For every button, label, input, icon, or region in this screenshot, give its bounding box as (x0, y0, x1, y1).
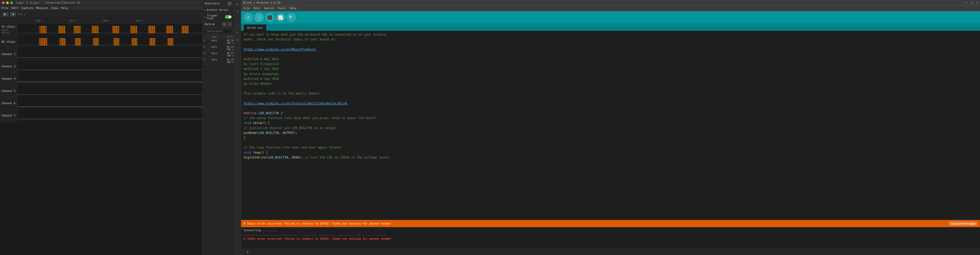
settings-icon[interactable]: ⚙ (235, 37, 240, 43)
arduino-toolbar: ✓ → ⬛ 📈 🔍 (241, 11, 980, 24)
channel-waveform-7 (18, 109, 202, 122)
channel-row-4[interactable]: Channel 4 (0, 73, 202, 85)
trigger-view-label: Trigger View (207, 14, 224, 20)
trigger-view-toggle[interactable] (225, 15, 232, 19)
cursor-icon[interactable]: ↑ (235, 16, 240, 21)
col-dot (204, 35, 212, 38)
channel-row-2[interactable]: Channel 2 (0, 48, 202, 60)
channel-label-rx: RX (Chip) (0, 36, 18, 48)
col-start: Start (227, 35, 234, 38)
time-display: 0.5 s (18, 13, 25, 16)
data-row-0[interactable]: data 48.148 936 000 s 82 µs (203, 39, 234, 45)
arduino-window-minimize[interactable]: ─ (966, 1, 967, 4)
minimize-dot[interactable] (6, 2, 9, 4)
row-3-dot (204, 59, 205, 60)
search-input[interactable] (206, 30, 230, 33)
code-line-loop: void loop() { (243, 151, 268, 154)
data-row-3[interactable]: data 48.160 038 500 s 82 µs (203, 58, 234, 64)
channel-row-7[interactable]: Channel 7 (0, 109, 202, 122)
code-line-digitalwrite: digitalWrite(LED_BUILTIN, HIGH); // turn… (243, 156, 390, 159)
menu-edit[interactable]: Edit (11, 6, 19, 10)
arduino-window-close[interactable]: ✕ (976, 1, 978, 4)
code-line-define: #define LED_BUILTIN 2 (243, 111, 283, 115)
timeline-label-40: +40 s (136, 19, 143, 22)
serial-monitor-button[interactable]: 🔍 (287, 13, 296, 22)
arduino-menu-help[interactable]: Help (290, 7, 297, 10)
console-scroll-icon[interactable]: ↕ (243, 251, 245, 254)
timeline-label-20: +20 s (69, 19, 76, 22)
error-bar-text: A fatal error occurred: Failed to connec… (243, 222, 391, 225)
console-clear-icon[interactable]: 🗑 (246, 251, 249, 254)
search-box[interactable] (204, 29, 232, 33)
data-row-1[interactable]: data 48.149 036 500 s 82 µs (203, 45, 234, 51)
play-icon[interactable]: ▶ (235, 2, 240, 7)
code-line-init-comment: // initialize digital pin LED_BUILTIN as… (243, 126, 338, 130)
code-line-author2: by Arturo Guadalupi (243, 72, 279, 76)
analyzer-item-trigger-view[interactable]: ▶ Trigger View (203, 13, 234, 21)
row-3-start: 48.160 038 500 s (227, 59, 234, 63)
code-line-url2[interactable]: https://www.arduino.cc/en/Tutorial/Built… (243, 101, 347, 105)
channel-row-5[interactable]: Channel 5 (0, 85, 202, 97)
data-export-icon[interactable]: ↓ (228, 22, 232, 26)
code-line-url1[interactable]: https://www.arduino.cc/en/Main/Products (243, 48, 316, 51)
side-icons-panel: ▶ ⊕ ↑ ↔ ✎ ⚙ (234, 0, 241, 255)
analyzer-panel: Analyzers + ▶ Async Serial ▶ Trigger Vie… (203, 0, 234, 255)
code-line-2: model, check the Technical Specs of your… (243, 38, 336, 41)
channel-waveform-tx (18, 24, 202, 36)
upload-button[interactable]: → (255, 13, 264, 22)
close-dot[interactable] (2, 2, 5, 4)
data-grid-icon[interactable]: ⊞ (222, 22, 226, 26)
maximize-dot[interactable] (10, 2, 13, 4)
debug-button[interactable]: ⬛ (265, 13, 274, 22)
copy-error-button[interactable]: Copy error messages (949, 222, 977, 226)
menu-file[interactable]: File (2, 6, 8, 10)
data-icons: ⊞ ↓ (222, 22, 232, 26)
menu-help[interactable]: Help (61, 6, 68, 10)
channel-row-3[interactable]: Channel 3 (0, 60, 202, 73)
menu-capture[interactable]: Capture (21, 6, 33, 10)
row-2-type: data (212, 52, 227, 57)
channel-row-6[interactable]: Channel 6 (0, 97, 202, 109)
channel-row-tx[interactable]: TX (Chip) Async Serial (0, 24, 202, 36)
tab-blink-label: Blink.ino (247, 26, 262, 29)
arduino-menu-sketch[interactable]: Sketch (264, 7, 274, 10)
analyzer-item-async-serial[interactable]: ▶ Async Serial (203, 7, 234, 13)
arduino-window-maximize[interactable]: □ (971, 1, 973, 4)
code-line-modified1: modified 8 May 2014 (243, 57, 279, 61)
serial-plotter-button[interactable]: 📈 (276, 13, 285, 22)
logic-window-title: Logic 2 [Logic - Connected][Session 0] (16, 1, 81, 4)
arduino-console: Connecting......... .......... .........… (241, 227, 980, 249)
col-type: Type (212, 35, 227, 38)
arduino-menu-edit[interactable]: Edit (254, 7, 261, 10)
menu-measure[interactable]: Measure (36, 6, 48, 10)
measure-icon[interactable]: ↔ (235, 23, 240, 28)
arduino-menubar: File Edit Sketch Tools Help (241, 6, 980, 11)
console-line-connecting: Connecting......... (243, 228, 977, 233)
annotate-icon[interactable]: ✎ (235, 30, 240, 35)
channel-name-4: Channel 4 (2, 77, 16, 80)
menu-view[interactable]: View (51, 6, 58, 10)
tab-blink[interactable]: Blink.ino (243, 25, 266, 31)
arduino-menu-tools[interactable]: Tools (278, 7, 286, 10)
arduino-code-editor[interactable]: If you want to know what pin the on-boar… (241, 31, 980, 220)
data-row-2[interactable]: data 48.150 943 700 s 82 µs (203, 51, 234, 58)
channel-name-6: Channel 6 (2, 102, 16, 105)
start-button[interactable]: ▶ (2, 12, 8, 16)
channel-label-6: Channel 6 (0, 97, 18, 109)
row-2-start: 48.150 943 700 s (227, 52, 234, 57)
channel-label-2: Channel 2 (0, 48, 18, 60)
toggle-knob (229, 16, 231, 18)
channel-label-7: Channel 7 (0, 109, 18, 122)
stop-button[interactable]: ■ (10, 12, 16, 16)
arduino-tabs: Blink.ino (241, 24, 980, 31)
analyzers-title: Analyzers (205, 2, 220, 5)
arduino-menu-file[interactable]: File (243, 7, 250, 10)
data-status-dot (213, 23, 215, 25)
logic-timeline: +10 s +20 s +30 s +40 s (0, 18, 202, 24)
add-analyzer-button[interactable]: + (228, 2, 232, 6)
verify-button[interactable]: ✓ (243, 13, 253, 22)
channel-row-rx[interactable]: RX (Chip) (0, 36, 202, 48)
code-line-loop-comment: // the loop function runs over and over … (243, 146, 342, 149)
zoom-icon[interactable]: ⊕ (235, 9, 240, 14)
console-toolbar: ↕ 🗑 (241, 249, 980, 255)
